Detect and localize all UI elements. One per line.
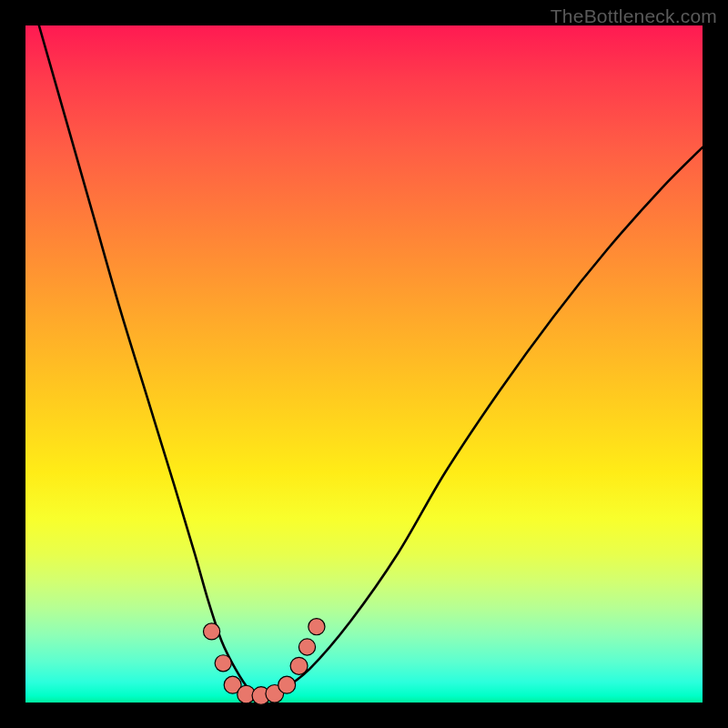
data-marker (215, 655, 231, 672)
data-marker (204, 623, 220, 640)
data-marker (278, 676, 296, 693)
bottleneck-curve (39, 25, 703, 696)
data-marker (290, 657, 308, 674)
curve-markers (204, 619, 326, 705)
plot-area (25, 25, 703, 703)
chart-frame: TheBottleneck.com (0, 0, 728, 728)
data-marker (298, 639, 315, 655)
watermark-text: TheBottleneck.com (551, 5, 717, 27)
data-marker (308, 619, 325, 635)
curve-layer (25, 25, 703, 703)
